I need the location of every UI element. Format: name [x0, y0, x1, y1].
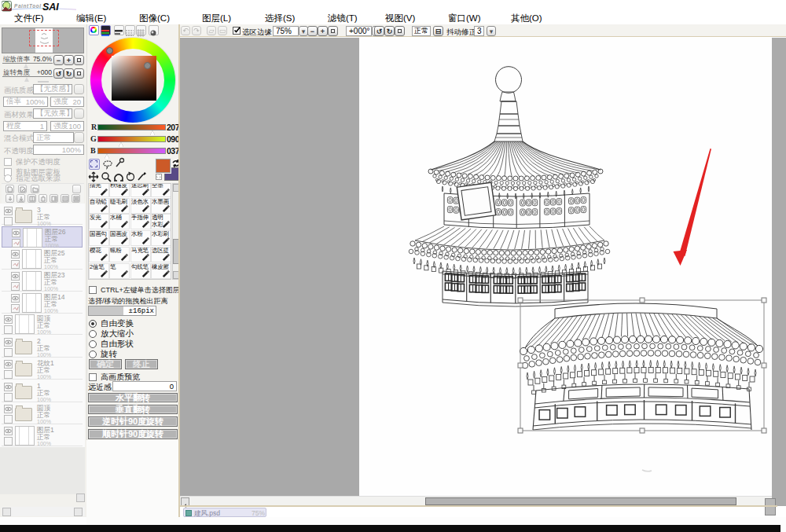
- svg-text:PaintTool: PaintTool: [14, 3, 42, 9]
- svg-text:SAI: SAI: [42, 2, 59, 13]
